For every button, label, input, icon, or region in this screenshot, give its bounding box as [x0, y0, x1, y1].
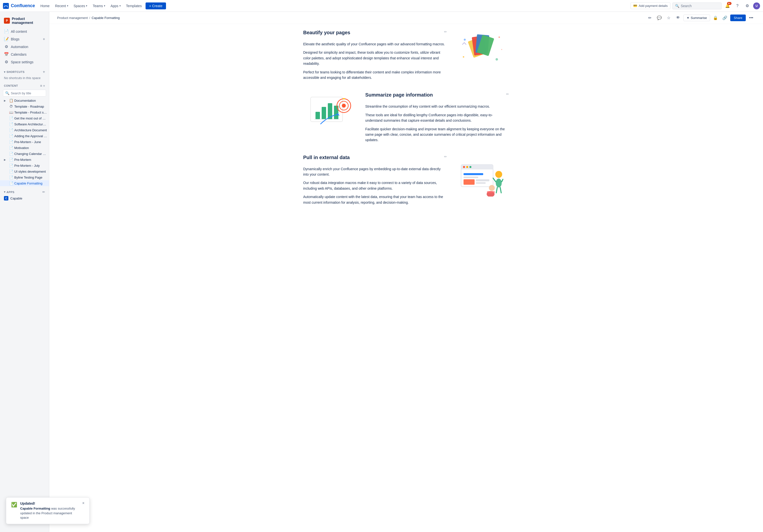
breadcrumb-parent-link[interactable]: Product management: [57, 16, 88, 20]
comment-button[interactable]: 💬: [655, 14, 663, 22]
sidebar-space-header[interactable]: P Product management: [0, 15, 49, 28]
apps-title[interactable]: ▾ APPS: [4, 190, 15, 194]
tree-item-get-most[interactable]: 📄 Get the most out of your team...: [0, 115, 49, 121]
search-box[interactable]: 🔍 Search: [672, 2, 721, 9]
teams-chevron: ▾: [104, 4, 105, 7]
shortcuts-title[interactable]: ▾ SHORTCUTS: [4, 70, 25, 74]
section-pull-data-text: Pull in external data ✏ Dynamically enri…: [303, 155, 447, 205]
nav-templates[interactable]: Templates: [124, 2, 144, 9]
section-pull-data-edit-icon[interactable]: ✏: [444, 155, 447, 159]
tree-item-template-roadmap[interactable]: ⏱ Template - Roadmap: [0, 103, 49, 109]
beautify-para-2: Designed for simplicity and impact, thes…: [303, 50, 447, 66]
nav-spaces[interactable]: Spaces ▾: [71, 2, 90, 9]
tree-item-calendar-view[interactable]: 📄 Changing Calendar View Opti...: [0, 151, 49, 157]
svg-rect-28: [464, 176, 478, 178]
sidebar-item-calendars[interactable]: 📅 Calendars: [0, 51, 49, 58]
page-body: Beautify your pages ✏ Elevate the aesthe…: [295, 24, 517, 232]
section-beautify-text: Beautify your pages ✏ Elevate the aesthe…: [303, 30, 447, 80]
content-title[interactable]: CONTENT: [4, 84, 18, 87]
section-summarize-title: Summarize page information: [365, 92, 433, 98]
toast-message: Capable Formatting was successfully upda…: [20, 506, 79, 520]
breadcrumb-separator: /: [89, 16, 90, 20]
apps-section: ▾ APPS ✏ C Capable: [0, 187, 49, 204]
tree-item-ui-styles[interactable]: 📄 UI styles development: [0, 168, 49, 174]
filter-content-icon[interactable]: ≡: [40, 84, 42, 88]
share-button[interactable]: Share: [730, 15, 746, 21]
tree-item-software-arch[interactable]: 📄 Software Architecture Docum...: [0, 121, 49, 127]
toast-page-name: Capable Formatting: [20, 507, 50, 510]
motivation-icon: 📄: [9, 146, 13, 150]
edit-button[interactable]: ✏: [646, 14, 654, 22]
tree-item-capable-formatting[interactable]: 📄 Capable Formatting: [0, 180, 49, 186]
top-navigation: Confluence Home Recent ▾ Spaces ▾ Teams …: [0, 0, 763, 12]
tree-item-premortem-july[interactable]: 📄 Pre-Mortem - July: [0, 162, 49, 168]
notifications-button[interactable]: 🔔 9+: [723, 2, 731, 10]
logo[interactable]: Confluence: [3, 3, 35, 9]
summarise-button[interactable]: ✦ Summarise: [684, 15, 710, 21]
sidebar-item-all-content[interactable]: 📄 All content: [0, 28, 49, 35]
nav-teams[interactable]: Teams ▾: [90, 2, 107, 9]
svg-rect-30: [476, 179, 490, 181]
help-button[interactable]: ?: [733, 2, 741, 10]
chart-illustration: [306, 92, 355, 132]
toast-close-button[interactable]: ×: [82, 501, 84, 505]
settings-button[interactable]: ⚙: [743, 2, 751, 10]
star-button[interactable]: ☆: [665, 14, 673, 22]
toast-notification: ✅ Updated! Capable Formatting was succes…: [6, 497, 90, 524]
restrict-button[interactable]: 🔒: [711, 14, 719, 22]
tree-item-documentation[interactable]: ▶ 📋 Documentation: [0, 98, 49, 103]
sidebar-item-space-settings[interactable]: ⚙ Space settings: [0, 58, 49, 66]
search-icon: 🔍: [675, 4, 679, 8]
section-beautify-edit-icon[interactable]: ✏: [444, 30, 447, 34]
more-options-button[interactable]: •••: [747, 14, 755, 22]
section-summarize-edit-icon[interactable]: ✏: [506, 92, 509, 96]
help-icon: ?: [736, 4, 739, 8]
nav-right: 💳 Add payment details 🔍 Search 🔔 9+ ? ⚙ …: [630, 2, 760, 10]
sidebar-item-blogs[interactable]: 📝 Blogs +: [0, 35, 49, 43]
create-button[interactable]: + Create: [146, 2, 166, 9]
edit-apps-icon[interactable]: ✏: [42, 190, 45, 194]
svg-point-32: [495, 171, 502, 178]
avatar[interactable]: U: [753, 2, 760, 9]
nav-apps[interactable]: Apps ▾: [108, 2, 123, 9]
section-beautify-image: [455, 30, 509, 67]
tree-item-premortem[interactable]: ▶ 📄 Pre-Mortem: [0, 157, 49, 162]
sidebar-app-capable[interactable]: C Capable: [0, 195, 49, 202]
byline-icon: 📄: [9, 175, 13, 179]
edit-icon: ✏: [648, 16, 651, 20]
shortcuts-section: ▾ SHORTCUTS +: [0, 68, 49, 75]
section-beautify: Beautify your pages ✏ Elevate the aesthe…: [303, 30, 509, 80]
calendars-icon: 📅: [4, 52, 9, 56]
svg-point-19: [343, 98, 345, 99]
tree-item-byline[interactable]: 📄 Byline Testing Page: [0, 174, 49, 180]
svg-point-9: [501, 49, 502, 50]
sidebar-item-automation[interactable]: ⚙ Automation: [0, 43, 49, 51]
tree-item-architecture[interactable]: 📄 Architecture Document: [0, 127, 49, 133]
payment-button[interactable]: 💳 Add payment details: [630, 2, 670, 9]
capable-formatting-icon: 📄: [9, 181, 13, 185]
pull-data-para-1: Dynamically enrich your Confluence pages…: [303, 166, 447, 177]
tree-item-premortem-june[interactable]: 📄 Pre-Mortem - June: [0, 139, 49, 145]
search-by-title-input[interactable]: 🔍 Search by title: [3, 90, 46, 97]
copy-link-button[interactable]: 🔗: [721, 14, 729, 22]
nav-home[interactable]: Home: [38, 2, 52, 9]
tree-item-motivation[interactable]: 📄 Motivation: [0, 145, 49, 151]
sidebar: P Product management 📄 All content 📝 Blo…: [0, 12, 49, 532]
add-shortcut-button[interactable]: +: [43, 70, 45, 74]
section-summarize: Summarize page information ✏ Streamline …: [303, 92, 509, 143]
apps-chevron: ▾: [4, 190, 6, 194]
capable-app-icon: C: [4, 196, 8, 200]
space-icon: P: [4, 18, 10, 24]
add-blog-icon[interactable]: +: [43, 37, 45, 42]
svg-rect-40: [487, 191, 495, 193]
content-area: Product management / Capable Formatting …: [49, 12, 763, 532]
tree-item-approval[interactable]: 📄 Adding the Approval Macro: [0, 133, 49, 139]
nav-recent[interactable]: Recent ▾: [53, 2, 70, 9]
svg-point-24: [463, 166, 465, 168]
automation-icon: ⚙: [4, 44, 9, 49]
pull-data-para-2: Our robust data integration macros make …: [303, 180, 447, 191]
view-button[interactable]: 👁: [674, 14, 682, 22]
add-content-icon[interactable]: +: [43, 84, 45, 88]
tree-item-template-product[interactable]: 📖 Template - Product strategy: [0, 109, 49, 115]
beautify-para-3: Perfect for teams looking to differentia…: [303, 69, 447, 80]
